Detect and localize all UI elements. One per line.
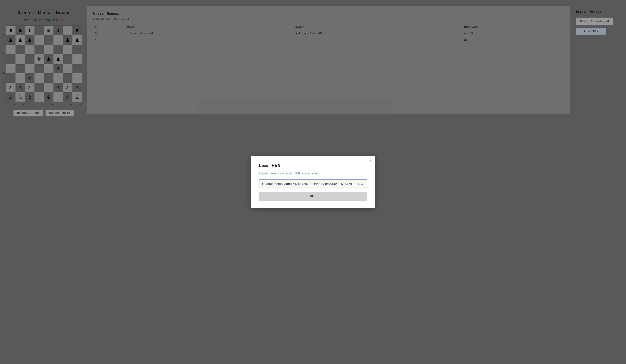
modal-subtitle: Please input your valid FEN string here. xyxy=(259,172,367,175)
modal-title: Load FEN xyxy=(259,163,367,168)
modal-close-button[interactable]: × xyxy=(369,159,371,163)
fen-input[interactable] xyxy=(259,179,367,188)
modal-overlay[interactable]: × Load FEN Please input your valid FEN s… xyxy=(0,0,626,364)
load-fen-modal: × Load FEN Please input your valid FEN s… xyxy=(251,156,375,208)
modal-ok-button[interactable]: Ok! xyxy=(259,192,367,201)
